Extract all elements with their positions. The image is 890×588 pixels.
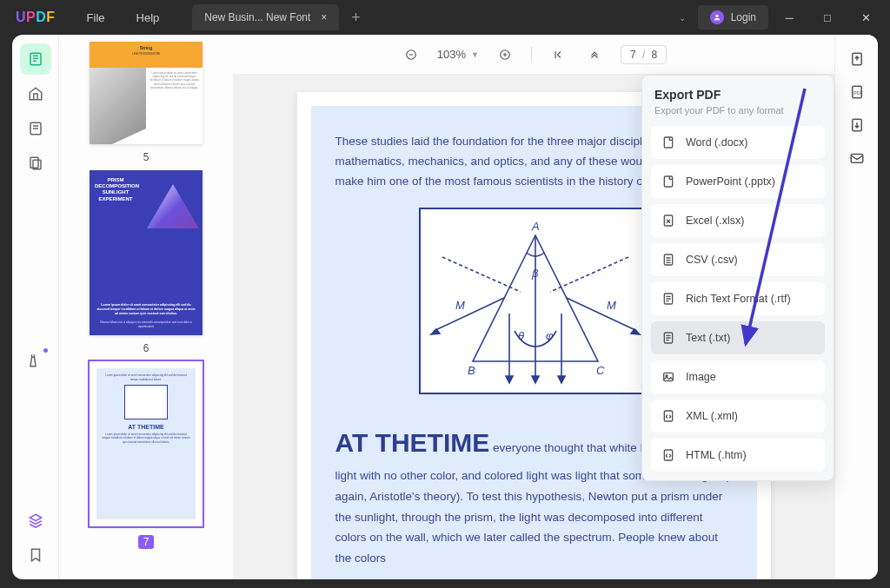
thumb-number: 5: [83, 151, 209, 163]
svg-text:C: C: [596, 364, 605, 377]
app-logo: UPDF: [0, 10, 71, 25]
zoom-out-icon[interactable]: [401, 44, 422, 65]
svg-rect-20: [851, 155, 863, 163]
window-close-icon[interactable]: ✕: [848, 4, 883, 30]
export-option-image[interactable]: Image: [651, 360, 825, 393]
tab-bar: New Busin... New Font × +: [192, 4, 669, 30]
svg-rect-30: [664, 450, 672, 460]
thumb-page-5[interactable]: StringLINE OF KNOWLEDGE Lorem ipsum dolo…: [83, 42, 209, 163]
titlebar: UPDF File Help New Busin... New Font × +…: [0, 0, 890, 35]
svg-text:β: β: [531, 267, 539, 280]
zoom-in-icon[interactable]: [495, 44, 515, 65]
thumbnail-panel: StringLINE OF KNOWLEDGE Lorem ipsum dolo…: [59, 35, 233, 579]
svg-point-0: [715, 15, 718, 17]
zoom-select[interactable]: 103% ▼: [437, 48, 479, 61]
export-option-rtf[interactable]: Rich Text Format (.rtf): [651, 282, 825, 315]
rail-save-icon[interactable]: [843, 111, 871, 139]
dropdown-caret-icon[interactable]: ⌄: [670, 13, 694, 23]
svg-text:M: M: [455, 299, 465, 312]
thumb-number: 6: [83, 342, 209, 354]
export-option-powerpoint[interactable]: PowerPoint (.pptx): [651, 165, 825, 198]
app-body: StringLINE OF KNOWLEDGE Lorem ipsum dolo…: [12, 35, 878, 579]
thumb-number: 7: [138, 535, 155, 549]
rail-pdfa-icon[interactable]: PDF: [843, 78, 871, 106]
svg-text:M: M: [607, 299, 616, 312]
rail-tools-icon[interactable]: [20, 345, 51, 376]
prism-diagram: A B C M M β θ φ: [419, 208, 648, 394]
first-page-icon[interactable]: [548, 44, 568, 65]
svg-rect-27: [664, 373, 674, 380]
login-label: Login: [731, 11, 756, 23]
window-minimize-icon[interactable]: ─: [772, 4, 807, 30]
prev-page-icon[interactable]: [584, 44, 605, 65]
export-title: Export PDF: [651, 88, 825, 102]
rail-organize-icon[interactable]: [20, 148, 51, 179]
page-indicator[interactable]: 7 / 8: [621, 45, 667, 64]
menu-file[interactable]: File: [71, 11, 121, 24]
left-rail: [12, 35, 59, 579]
svg-text:θ: θ: [518, 329, 524, 342]
avatar-icon: [710, 10, 724, 24]
export-subtitle: Export your PDF to any format: [651, 102, 825, 126]
tab-close-icon[interactable]: ×: [321, 11, 327, 23]
thumb-page-6[interactable]: PRISM DECOMPOSITION SUNLIGHT EXPERIMENT …: [83, 170, 209, 354]
rail-edit-icon[interactable]: [20, 113, 51, 144]
window-right-group: ⌄ Login ─ □ ✕: [670, 4, 890, 30]
rail-layers-icon[interactable]: [20, 505, 51, 536]
svg-text:A: A: [531, 220, 540, 233]
export-option-csv[interactable]: CSV (.csv): [651, 243, 825, 276]
rail-reader-icon[interactable]: [20, 43, 51, 75]
login-button[interactable]: Login: [698, 5, 768, 30]
right-rail: PDF: [834, 35, 878, 579]
menu-help[interactable]: Help: [121, 11, 176, 24]
tab-add-button[interactable]: +: [339, 9, 373, 27]
export-option-excel[interactable]: Excel (.xlsx): [651, 204, 825, 237]
svg-text:φ: φ: [546, 329, 554, 342]
svg-rect-29: [664, 411, 672, 421]
viewer-toolbar: 103% ▼ 7 / 8: [233, 35, 834, 75]
svg-text:PDF: PDF: [853, 90, 863, 96]
svg-text:B: B: [468, 364, 475, 377]
export-option-xml[interactable]: XML (.xml): [651, 400, 825, 433]
thumb-page-7[interactable]: Lorem ipsum dolor sit amet consectetur a…: [83, 361, 209, 549]
rail-export-icon[interactable]: [843, 45, 871, 73]
tab-label: New Busin... New Font: [204, 11, 310, 23]
export-panel: Export PDF Export your PDF to any format…: [641, 75, 834, 481]
svg-rect-3: [30, 157, 38, 168]
rail-mail-icon[interactable]: [843, 144, 871, 172]
rail-annotate-icon[interactable]: [20, 78, 51, 109]
rail-bookmark-icon[interactable]: [20, 539, 51, 571]
svg-rect-21: [664, 137, 672, 148]
window-maximize-icon[interactable]: □: [810, 4, 845, 30]
heading: AT THETIME: [335, 428, 490, 457]
document-tab[interactable]: New Busin... New Font ×: [192, 4, 339, 30]
export-option-word[interactable]: Word (.docx): [651, 126, 825, 159]
export-option-html[interactable]: HTML (.htm): [651, 439, 825, 472]
export-option-text[interactable]: Text (.txt): [651, 321, 825, 354]
svg-rect-22: [664, 176, 672, 187]
